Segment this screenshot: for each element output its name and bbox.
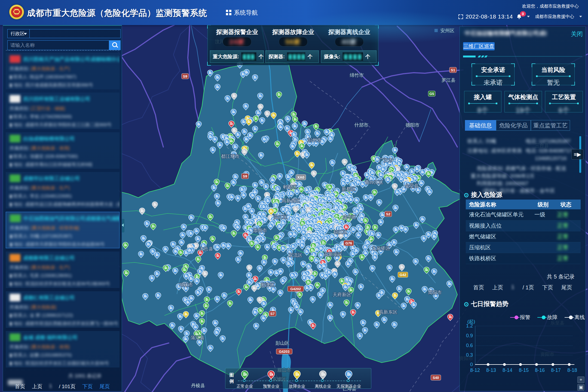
svg-text:G4202: G4202 [290,287,301,291]
svg-text:简阳市: 简阳市 [428,290,442,295]
svg-text:天府新区: 天府新区 [333,292,351,297]
svg-text:青白江区: 青白江区 [365,180,383,185]
svg-text:G4203: G4203 [279,350,289,354]
svg-text:罗江县: 罗江县 [442,78,455,83]
svg-text:龙泉驿区: 龙泉驿区 [372,246,390,251]
svg-text:锦江区: 锦江区 [333,229,347,235]
svg-text:彭山区: 彭山区 [275,341,289,346]
svg-text:崇州市: 崇州市 [253,228,267,233]
svg-text:蒲江县: 蒲江县 [191,335,204,340]
svg-text:S9: S9 [183,74,187,78]
svg-text:G76: G76 [345,241,352,245]
svg-text:郫都区: 郫都区 [283,185,297,190]
svg-text:金堂县: 金堂县 [405,183,419,188]
svg-text:丹棱县: 丹棱县 [191,383,205,388]
svg-text:S2: S2 [386,212,390,216]
svg-text:彭州市: 彭州市 [308,137,321,143]
svg-text:成华区: 成华区 [342,215,356,220]
svg-text:G42: G42 [400,273,406,277]
svg-text:高新南区: 高新南区 [324,252,342,257]
svg-text:高新西区: 高新西区 [282,198,300,203]
svg-text:德阳市: 德阳市 [406,122,419,128]
svg-text:都江堰市: 都江堰市 [221,154,240,159]
svg-text:温江区: 温江区 [274,215,287,220]
svg-text:新都区: 新都区 [342,186,356,192]
svg-text:绵竹市: 绵竹市 [350,73,364,78]
svg-text:高新东区: 高新东区 [379,310,397,315]
svg-text:什邡市: 什邡市 [354,122,368,128]
svg-text:邛崃市: 邛崃市 [179,282,193,287]
svg-text:G5: G5 [429,92,434,96]
svg-text:S7: S7 [270,312,275,316]
svg-text:XA0: XA0 [297,175,304,179]
svg-text:S40: S40 [433,376,439,380]
svg-text:广汉市: 广汉市 [379,158,393,163]
svg-text:S9: S9 [243,174,247,178]
svg-text:双流区: 双流区 [289,253,302,258]
svg-text:S1: S1 [451,68,455,72]
svg-text:大邑县: 大邑县 [199,246,213,252]
svg-text:新津区: 新津区 [261,282,275,287]
